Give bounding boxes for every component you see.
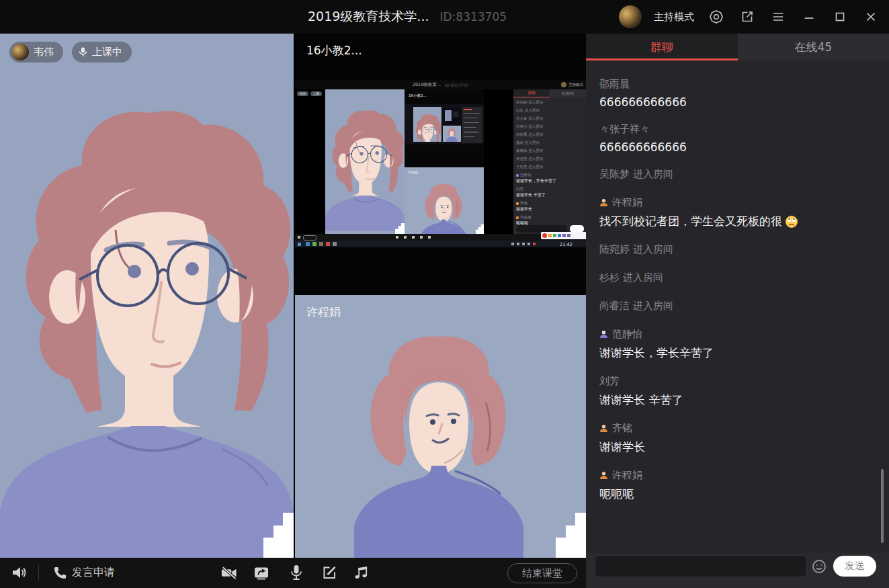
video-tile-xuchengjuan[interactable]: 许程娟 (295, 295, 586, 558)
chat-message-text: 呃呃呃 (599, 487, 876, 502)
edit-icon[interactable] (321, 564, 338, 581)
chat-message-text: 谢谢学长 辛苦了 (599, 392, 876, 408)
chat-system-message: 吴陈梦 进入房间 (599, 168, 876, 181)
emoji-picker-icon[interactable] (810, 558, 828, 575)
mini-message-text: 谢谢学长 辛苦了 (516, 192, 583, 198)
mini-system-message: 杉杉 进入房间 (516, 108, 583, 113)
camera-off-icon[interactable] (220, 564, 238, 581)
minimize-button[interactable] (798, 5, 820, 28)
bottom-toolbar: 发言申请 结束课堂 (0, 558, 586, 588)
mini-taskbar: 21:42 (295, 241, 586, 247)
shared-screen-image: 2019级教育... ID:8313705 主持模式 韦伟 上课 16小教2..… (295, 80, 586, 247)
chat-input-bar: 发送 (586, 553, 889, 588)
chat-message-sender: 刘芳 (599, 375, 876, 388)
chat-message-sender: 范静怡 (599, 328, 876, 341)
chat-message: 范静怡谢谢学长，学长辛苦了 (599, 328, 876, 361)
host-avatar (12, 44, 29, 60)
mini-avatar (561, 82, 566, 87)
chat-message-sender: 许程娟 (599, 469, 876, 482)
window-title: 2019级教育技术学... (308, 8, 429, 26)
music-icon[interactable] (352, 564, 370, 581)
toolbar-divider (38, 565, 39, 580)
mini-woman-video: 许程娟 (405, 167, 484, 234)
open-window-icon[interactable] (736, 5, 759, 28)
title-bar: 2019级教育技术学... ID:8313705 主持模式 (0, 0, 889, 34)
chat-message: 齐铭谢谢学长 (599, 422, 876, 455)
menu-icon[interactable] (767, 5, 790, 28)
chat-message: 许程娟找不到校记者团，学生会又死板的很 (599, 196, 876, 229)
send-button[interactable]: 发送 (833, 556, 876, 577)
woman-tile-label: 许程娟 (306, 304, 341, 320)
member-orange-icon (599, 471, 608, 480)
chat-message-sender: 々张子祥々 (599, 123, 876, 136)
screen-share-icon[interactable] (253, 564, 270, 581)
chat-message-text: 666666666666 (599, 140, 876, 154)
user-avatar[interactable] (619, 5, 642, 28)
member-orange-icon (599, 198, 608, 207)
room-id: ID:8313705 (439, 10, 507, 24)
tab-online-members[interactable]: 在线45 (738, 34, 889, 60)
mini-message-sender: 齐铭 (516, 201, 583, 206)
mini-system-message: 黄梅灿 进入房间 (516, 149, 583, 153)
chat-message-text: 666666666666 (599, 95, 876, 109)
speaker-icon[interactable] (11, 564, 28, 581)
chat-message-text: 谢谢学长 (599, 439, 876, 455)
host-name-badge: 韦伟 (9, 42, 63, 62)
chat-message: 刘芳谢谢学长 辛苦了 (599, 375, 876, 408)
mini-message-sender: 许程娟 (516, 215, 583, 220)
host-illustration (0, 34, 294, 558)
mini-system-message: 陆宛婷 进入房间 (516, 100, 583, 105)
chat-message: 许程娟呃呃呃 (599, 469, 876, 502)
chat-message-list: 邵雨晨666666666666々张子祥々666666666666吴陈梦 进入房间… (586, 60, 889, 553)
video-tile-host[interactable]: 韦伟 上课中 (0, 34, 294, 558)
chat-tabs: 群聊 在线45 (586, 34, 889, 60)
chat-message-sender: 邵雨晨 (599, 78, 876, 91)
video-tile-screenshare[interactable]: 16小教2... 2019级教育... ID:8313705 主持模式 韦伟 上… (295, 34, 586, 294)
microphone-icon[interactable] (288, 564, 305, 581)
screenshare-label: 16小教2... (306, 43, 362, 58)
app-window: 2019级教育技术学... ID:8313705 主持模式 (0, 0, 889, 588)
mini-system-message: 尚睿洁 进入房间 (516, 124, 583, 129)
chat-system-message: 尚睿洁 进入房间 (599, 300, 876, 312)
mic-badge-icon (79, 47, 87, 57)
member-orange-icon (599, 424, 608, 433)
chat-system-message: 陆宛婷 进入房间 (599, 243, 876, 256)
mini-message-text: 谢谢学长，学长辛苦了 (516, 178, 583, 184)
mini-message-sender: 刘芳 (516, 187, 583, 192)
chat-input[interactable] (595, 555, 807, 577)
speech-request-icon[interactable] (51, 564, 69, 581)
tab-group-chat[interactable]: 群聊 (586, 34, 738, 60)
close-button[interactable] (859, 5, 882, 28)
mini-title-bar: 2019级教育... ID:8313705 主持模式 (295, 80, 586, 89)
mini-system-message: 王智慧 进入房间 (516, 165, 583, 169)
chat-message-text: 找不到校记者团，学生会又死板的很 (599, 214, 876, 229)
mini-system-message: 魏涛 进入房间 (516, 140, 583, 145)
mini-message-text: 谢谢学长 (516, 206, 583, 212)
chat-message-sender: 齐铭 (599, 422, 876, 435)
chat-message-sender: 许程娟 (599, 196, 876, 209)
mini-message-sender: 范静怡 (516, 173, 583, 177)
chat-scrollbar[interactable] (881, 469, 884, 543)
mini-system-message: 邵雨晨 进入房间 (516, 132, 583, 137)
mini-chat-panel: 群聊 在线45 陆宛婷 进入房间杉杉 进入房间范文豪 进入房间尚睿洁 进入房间邵… (513, 89, 586, 234)
chat-message: 邵雨晨666666666666 (599, 78, 876, 109)
end-class-button[interactable]: 结束课堂 (507, 563, 577, 583)
rolling-eyes-emoji (785, 215, 798, 228)
mini-nested-screenshot (405, 104, 484, 144)
speech-request-label[interactable]: 发言申请 (72, 566, 115, 580)
class-status-badge: 上课中 (72, 42, 132, 62)
mini-host-video (325, 89, 405, 234)
host-mode-label: 主持模式 (654, 11, 694, 24)
member-purple-icon (599, 330, 608, 339)
chat-message: 々张子祥々666666666666 (599, 123, 876, 154)
mini-clock: 21:42 (560, 242, 573, 247)
chat-panel: 群聊 在线45 邵雨晨666666666666々张子祥々666666666666… (586, 34, 889, 588)
mini-system-message: 范文豪 进入房间 (516, 116, 583, 121)
mini-screenshare-video: 16小教2... (405, 89, 484, 167)
mini-host-badges: 韦伟 上课 (297, 91, 322, 96)
chat-message-text: 谢谢学长，学长辛苦了 (599, 345, 876, 361)
chat-system-message: 杉杉 进入房间 (599, 271, 876, 284)
maximize-button[interactable] (829, 5, 851, 28)
record-icon[interactable] (705, 5, 728, 28)
mini-system-message: 柴佳慧 进入房间 (516, 157, 583, 161)
